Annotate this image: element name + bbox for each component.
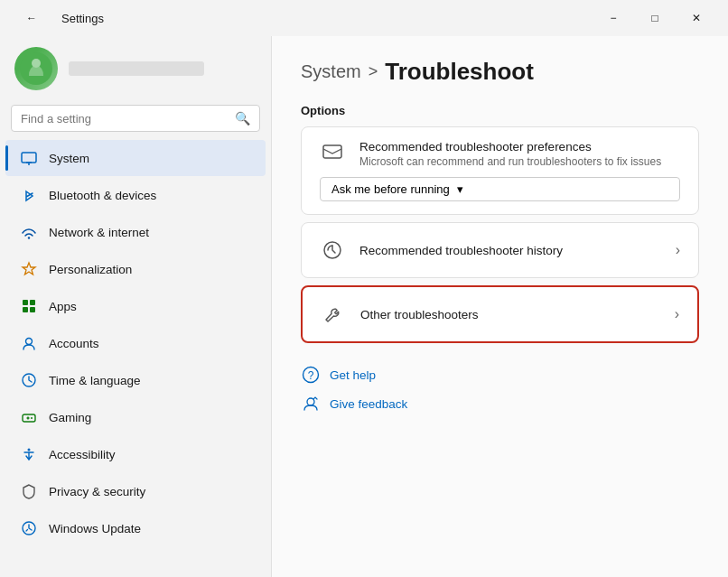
recommended-history-title: Recommended troubleshooter history xyxy=(359,244,661,257)
accessibility-icon xyxy=(20,445,38,463)
breadcrumb: System xyxy=(301,61,361,82)
chevron-right-icon-2: › xyxy=(675,306,679,322)
title-bar: ← Settings − □ ✕ xyxy=(0,0,728,36)
dropdown-value: Ask me before running xyxy=(331,182,450,196)
bluetooth-icon xyxy=(20,186,38,204)
page-title: Troubleshoot xyxy=(385,58,534,86)
personalization-icon xyxy=(20,260,38,278)
sidebar-item-apps[interactable]: Apps xyxy=(5,288,266,324)
profile-area xyxy=(0,36,271,105)
recommended-prefs-content: Recommended troubleshooter preferences M… xyxy=(359,140,680,168)
svg-point-10 xyxy=(26,339,33,345)
other-troubleshooters-content: Other troubleshooters xyxy=(360,308,660,321)
main-content: System > Troubleshoot Options Recommende… xyxy=(271,36,728,577)
recommended-history-row[interactable]: Recommended troubleshooter history › xyxy=(302,223,698,277)
sidebar-item-label-accessibility: Accessibility xyxy=(49,448,116,461)
title-bar-controls: − □ ✕ xyxy=(593,4,717,33)
recommended-prefs-inner: Recommended troubleshooter preferences M… xyxy=(302,127,698,214)
svg-point-15 xyxy=(31,417,33,419)
svg-rect-7 xyxy=(30,300,35,305)
get-help-link[interactable]: ? Get help xyxy=(301,365,699,385)
page-header: System > Troubleshoot xyxy=(301,58,699,86)
message-icon xyxy=(320,140,345,165)
other-troubleshooters-row[interactable]: Other troubleshooters › xyxy=(303,287,697,341)
svg-point-5 xyxy=(28,237,30,238)
svg-rect-8 xyxy=(23,307,28,312)
sidebar-item-privacy[interactable]: Privacy & security xyxy=(5,473,266,509)
sidebar-item-label-time: Time & language xyxy=(49,374,141,387)
wrench-icon xyxy=(321,302,346,327)
sidebar-item-label-bluetooth: Bluetooth & devices xyxy=(49,189,156,202)
give-feedback-link[interactable]: Give feedback xyxy=(301,394,699,414)
search-input[interactable] xyxy=(21,112,228,126)
sidebar-item-personalization[interactable]: Personalization xyxy=(5,251,266,287)
time-icon xyxy=(20,371,38,389)
close-button[interactable]: ✕ xyxy=(676,4,717,33)
minimize-button[interactable]: − xyxy=(593,4,634,33)
svg-rect-6 xyxy=(23,300,28,305)
svg-rect-2 xyxy=(22,153,36,163)
sidebar: 🔍 System Bluetooth & devices xyxy=(0,36,271,577)
svg-point-1 xyxy=(32,59,41,68)
recommended-history-card[interactable]: Recommended troubleshooter history › xyxy=(301,222,699,278)
sidebar-item-bluetooth[interactable]: Bluetooth & devices xyxy=(5,177,266,213)
other-troubleshooters-title: Other troubleshooters xyxy=(360,308,660,321)
give-feedback-icon xyxy=(301,394,321,414)
get-help-icon: ? xyxy=(301,365,321,385)
sidebar-nav: System Bluetooth & devices Network & int… xyxy=(0,139,271,547)
svg-point-16 xyxy=(28,449,31,451)
maximize-button[interactable]: □ xyxy=(634,4,676,33)
accounts-icon xyxy=(20,334,38,352)
chevron-right-icon: › xyxy=(676,242,680,258)
sidebar-item-gaming[interactable]: Gaming xyxy=(5,399,266,435)
troubleshooter-dropdown[interactable]: Ask me before running ▾ xyxy=(320,177,680,201)
svg-text:?: ? xyxy=(308,369,314,382)
sidebar-item-label-system: System xyxy=(49,152,89,165)
other-troubleshooters-card[interactable]: Other troubleshooters › xyxy=(301,285,699,343)
avatar[interactable] xyxy=(14,47,58,90)
sidebar-item-label-personalization: Personalization xyxy=(49,263,132,276)
sidebar-item-label-apps: Apps xyxy=(49,300,77,313)
title-bar-title: Settings xyxy=(61,12,104,25)
sidebar-item-label-gaming: Gaming xyxy=(49,411,91,424)
system-icon xyxy=(20,149,38,167)
dropdown-chevron-icon: ▾ xyxy=(457,182,463,196)
search-icon: 🔍 xyxy=(235,111,250,126)
sidebar-item-system[interactable]: System xyxy=(5,140,266,176)
privacy-icon xyxy=(20,482,38,500)
profile-name xyxy=(69,61,204,76)
sidebar-item-label-windows-update: Windows Update xyxy=(49,522,141,535)
get-help-label: Get help xyxy=(330,368,376,382)
windows-update-icon xyxy=(20,519,38,537)
history-icon xyxy=(320,237,345,263)
section-label: Options xyxy=(301,104,699,117)
network-icon xyxy=(20,223,38,241)
back-button[interactable]: ← xyxy=(11,4,52,33)
title-bar-left: ← Settings xyxy=(11,4,104,33)
sidebar-item-windows-update[interactable]: Windows Update xyxy=(5,510,266,546)
links-section: ? Get help Give feedback xyxy=(301,365,699,414)
svg-rect-18 xyxy=(323,145,341,158)
sidebar-item-network[interactable]: Network & internet xyxy=(5,214,266,250)
app-body: 🔍 System Bluetooth & devices xyxy=(0,36,728,577)
search-box[interactable]: 🔍 xyxy=(11,105,260,132)
breadcrumb-separator: > xyxy=(369,62,378,81)
sidebar-item-accounts[interactable]: Accounts xyxy=(5,325,266,361)
give-feedback-label: Give feedback xyxy=(330,397,407,411)
gaming-icon xyxy=(20,408,38,426)
apps-icon xyxy=(20,297,38,315)
recommended-prefs-card: Recommended troubleshooter preferences M… xyxy=(301,126,699,215)
sidebar-item-label-accounts: Accounts xyxy=(49,337,99,350)
sidebar-item-accessibility[interactable]: Accessibility xyxy=(5,436,266,472)
recommended-prefs-row: Recommended troubleshooter preferences M… xyxy=(320,140,680,168)
recommended-prefs-title: Recommended troubleshooter preferences xyxy=(359,140,680,154)
sidebar-item-label-privacy: Privacy & security xyxy=(49,485,145,498)
sidebar-item-time[interactable]: Time & language xyxy=(5,362,266,398)
sidebar-item-label-network: Network & internet xyxy=(49,226,149,239)
recommended-prefs-subtitle: Microsoft can recommend and run troubles… xyxy=(359,155,680,168)
recommended-history-content: Recommended troubleshooter history xyxy=(359,244,661,257)
svg-rect-9 xyxy=(30,307,35,312)
